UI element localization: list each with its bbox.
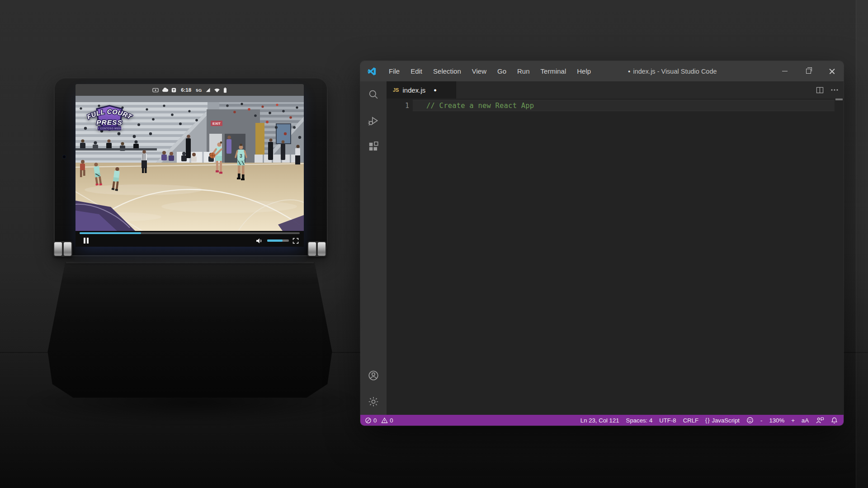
notifications-bell-icon[interactable] — [831, 417, 838, 424]
device-screen: 6:18 5G — [75, 84, 304, 247]
phone-status-bar: 6:18 5G — [75, 84, 304, 96]
language-mode[interactable]: { } JavaScript — [705, 417, 740, 424]
tab-bar: JS index.js ● — [387, 81, 844, 99]
code-line-1: 1 // Create a new React App — [387, 100, 844, 111]
vscode-window: File Edit Selection View Go Run Terminal… — [360, 61, 844, 426]
errors-icon — [365, 417, 372, 424]
settings-gear-icon[interactable] — [360, 389, 387, 415]
indentation[interactable]: Spaces: 4 — [626, 417, 653, 424]
feedback-smiley-icon[interactable] — [746, 417, 754, 424]
menu-selection[interactable]: Selection — [428, 66, 466, 77]
svg-text:BY CONTOSO MEDIA: BY CONTOSO MEDIA — [96, 127, 123, 130]
menu-go[interactable]: Go — [492, 66, 511, 77]
battery-icon — [223, 87, 227, 93]
current-line-highlight: // Create a new React App — [413, 100, 835, 111]
window-controls — [773, 61, 844, 81]
zoom-level: 130% — [769, 417, 784, 424]
zoom-in-button[interactable]: + — [791, 417, 795, 424]
search-icon[interactable] — [360, 81, 387, 108]
cursor-position[interactable]: Ln 23, Col 121 — [580, 417, 619, 424]
tab-indexjs[interactable]: JS index.js ● — [387, 81, 456, 99]
cloud-icon — [162, 88, 168, 92]
screenshot-notification-icon — [152, 88, 159, 93]
split-editor-icon[interactable] — [816, 87, 824, 94]
video-progress-fill — [80, 232, 141, 234]
surface-duo-device: 6:18 5G — [54, 77, 328, 256]
volume-fill — [267, 239, 283, 242]
activity-bar — [360, 81, 387, 415]
window-title: ● index.js - Visual Studio Code — [628, 61, 717, 81]
video-progress-bar[interactable] — [80, 232, 300, 234]
hinge-right — [307, 241, 326, 257]
svg-text:3: 3 — [240, 154, 242, 159]
unsaved-dot: ● — [628, 69, 630, 74]
account-icon[interactable] — [360, 362, 387, 389]
eol-sequence[interactable]: CRLF — [683, 417, 698, 424]
full-court-press-logo: FULL COURT PRESS BY CONTOSO MEDIA — [85, 101, 134, 133]
screenshot-stage: 6:18 5G — [0, 0, 868, 488]
line-number: 1 — [387, 102, 413, 110]
device-bottom-half — [46, 262, 334, 398]
wifi-icon — [214, 88, 220, 93]
more-actions-icon[interactable] — [831, 89, 838, 91]
code-editor[interactable]: 1 // Create a new React App — [387, 99, 844, 415]
modified-indicator[interactable]: ● — [434, 87, 437, 93]
warnings-icon — [381, 417, 388, 424]
exit-sign: EXIT — [211, 121, 222, 126]
network-type: 5G — [196, 88, 202, 93]
front-camera — [62, 155, 66, 159]
clock-time: 6:18 — [181, 87, 191, 93]
encoding[interactable]: UTF-8 — [659, 417, 676, 424]
extensions-icon[interactable] — [360, 134, 387, 160]
errors-count: 0 — [373, 417, 377, 424]
status-bar: 0 0 Ln 23, Col 121 Spaces: 4 UTF-8 CRLF … — [360, 415, 844, 426]
javascript-file-icon: JS — [393, 87, 399, 93]
svg-text:EXIT: EXIT — [212, 122, 221, 126]
volume-icon[interactable] — [255, 238, 264, 244]
tab-label: index.js — [402, 86, 425, 94]
backdrop-right-strip — [856, 0, 868, 488]
teams-icon — [171, 88, 176, 93]
problems-indicator[interactable]: 0 0 — [365, 417, 393, 424]
person-feedback-icon[interactable] — [816, 417, 824, 424]
pause-button[interactable] — [84, 238, 89, 244]
code-comment: // Create a new React App — [426, 102, 534, 110]
svg-text:PRESS: PRESS — [96, 118, 123, 126]
hinge-left — [53, 241, 72, 257]
volume-slider[interactable] — [267, 239, 289, 242]
vscode-logo-icon — [367, 66, 377, 76]
braces-icon: { } — [705, 417, 709, 423]
minimize-button[interactable] — [773, 61, 797, 81]
menu-help[interactable]: Help — [572, 66, 596, 77]
menu-terminal[interactable]: Terminal — [536, 66, 571, 77]
menu-edit[interactable]: Edit — [406, 66, 427, 77]
close-button[interactable] — [820, 61, 844, 81]
titlebar: File Edit Selection View Go Run Terminal… — [360, 61, 844, 81]
menu-view[interactable]: View — [467, 66, 491, 77]
menu-file[interactable]: File — [384, 66, 405, 77]
menu-run[interactable]: Run — [512, 66, 535, 77]
font-size-toggle[interactable]: aA — [802, 417, 809, 424]
restore-button[interactable] — [797, 61, 820, 81]
run-debug-icon[interactable] — [360, 108, 387, 134]
fullscreen-button[interactable] — [292, 238, 299, 244]
editor-actions — [816, 81, 838, 99]
video-controls — [75, 231, 304, 247]
zoom-out-button[interactable]: - — [760, 417, 762, 424]
signal-icon — [205, 87, 211, 93]
menu-bar: File Edit Selection View Go Run Terminal… — [384, 66, 596, 77]
warnings-count: 0 — [390, 417, 393, 424]
scrollbar-thumb[interactable] — [835, 99, 843, 100]
video-player[interactable]: EXIT — [75, 96, 304, 231]
